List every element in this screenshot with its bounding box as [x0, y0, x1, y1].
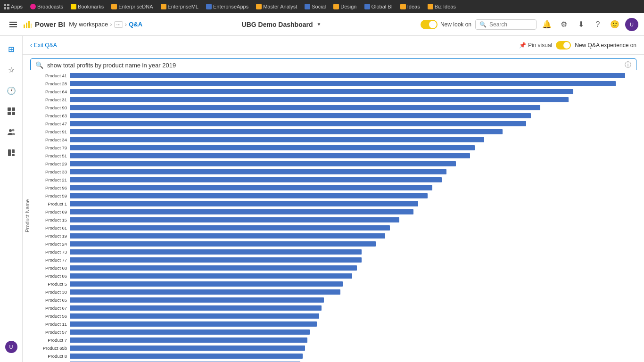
- bar-fill[interactable]: [70, 305, 322, 311]
- bar-fill[interactable]: [70, 97, 569, 102]
- bar-label: Product 79: [32, 145, 70, 150]
- menu-button[interactable]: [6, 17, 21, 32]
- bar-fill[interactable]: [70, 121, 526, 126]
- bar-row: Product 67: [32, 304, 635, 312]
- bar-fill[interactable]: [70, 217, 399, 222]
- bar-fill[interactable]: [70, 105, 540, 110]
- bar-track: [70, 97, 635, 102]
- bar-fill[interactable]: [70, 137, 484, 142]
- bar-fill[interactable]: [70, 185, 432, 190]
- search-input[interactable]: [489, 21, 532, 28]
- bar-fill[interactable]: [70, 249, 362, 255]
- emoji-button[interactable]: 🙂: [608, 18, 621, 31]
- browser-bar: AppsBroadcastsBookmarksEnterpriseDNAEnte…: [0, 0, 644, 13]
- bar-fill[interactable]: [70, 81, 616, 86]
- breadcrumb-workspace[interactable]: My workspace: [69, 21, 108, 28]
- bar-fill[interactable]: [70, 313, 319, 319]
- bar-fill[interactable]: [70, 209, 413, 214]
- bar-track: [70, 161, 635, 166]
- bar-fill[interactable]: [70, 113, 531, 118]
- bar-track: [70, 217, 635, 222]
- bar-fill[interactable]: [70, 265, 357, 271]
- bar-fill[interactable]: [70, 169, 446, 174]
- bar-label: Product 63: [32, 113, 70, 118]
- sidebar-item-workspaces[interactable]: [2, 143, 21, 162]
- bar-fill[interactable]: [70, 273, 352, 279]
- bar-row: Product 24: [32, 240, 635, 247]
- bar-fill[interactable]: [70, 337, 307, 343]
- pin-visual-button[interactable]: 📌 Pin visual: [519, 42, 552, 49]
- bookmark-design[interactable]: Design: [333, 4, 356, 9]
- notification-button[interactable]: 🔔: [540, 18, 553, 31]
- bar-label: Product 61: [32, 225, 70, 230]
- bookmark-master-analyst[interactable]: Master Analyst: [256, 4, 297, 9]
- bar-row: Product 11: [32, 321, 635, 328]
- new-look-toggle[interactable]: [421, 20, 438, 29]
- settings-button[interactable]: ⚙: [557, 18, 570, 31]
- qa-info-icon[interactable]: ⓘ: [625, 61, 631, 69]
- sidebar-item-home[interactable]: ⊞: [2, 40, 21, 58]
- bar-fill[interactable]: [70, 129, 503, 134]
- bookmark-biz-ideas[interactable]: Biz Ideas: [428, 4, 456, 9]
- bookmark-broadcasts[interactable]: Broadcasts: [30, 4, 63, 9]
- bar-label: Product 56: [32, 313, 70, 319]
- bar-fill[interactable]: [70, 233, 385, 239]
- pin-visual-label: Pin visual: [528, 42, 552, 49]
- bar-fill[interactable]: [70, 201, 418, 206]
- bar-fill[interactable]: [70, 177, 442, 182]
- search-icon: 🔍: [479, 21, 487, 28]
- qa-input[interactable]: [47, 62, 621, 69]
- bookmark-enterpriseml[interactable]: EnterpriseML: [161, 4, 198, 9]
- new-qa-experience-toggle[interactable]: [556, 41, 571, 49]
- bar-track: [70, 346, 635, 351]
- bar-fill[interactable]: [70, 153, 470, 158]
- sidebar: ⊞ ☆ 🕐 U: [0, 36, 23, 362]
- exit-qa-button[interactable]: ‹ Exit Q&A: [30, 42, 57, 49]
- svg-point-13: [12, 129, 14, 132]
- bar-fill[interactable]: [70, 329, 310, 335]
- bar-fill[interactable]: [70, 297, 324, 303]
- bar-label: Product 7: [32, 337, 70, 343]
- bar-fill[interactable]: [70, 225, 390, 230]
- sidebar-item-favorites[interactable]: ☆: [2, 60, 21, 79]
- download-button[interactable]: ⬇: [574, 18, 587, 31]
- bar-fill[interactable]: [70, 289, 340, 295]
- bookmark-ideas[interactable]: Ideas: [400, 4, 420, 9]
- sidebar-item-shared[interactable]: [2, 123, 21, 141]
- bar-fill[interactable]: [70, 321, 317, 327]
- search-box[interactable]: 🔍: [475, 19, 537, 30]
- bar-fill[interactable]: [70, 161, 456, 166]
- bar-fill[interactable]: [70, 193, 428, 198]
- svg-rect-0: [4, 4, 6, 6]
- bar-track: [70, 329, 635, 335]
- bar-fill[interactable]: [70, 89, 573, 94]
- bookmark-bookmarks[interactable]: Bookmarks: [71, 4, 104, 9]
- bookmark-apps[interactable]: Apps: [4, 4, 23, 9]
- bar-track: [70, 249, 635, 255]
- bookmark-enterprisedna[interactable]: EnterpriseDNA: [111, 4, 153, 9]
- avatar[interactable]: U: [625, 18, 638, 31]
- bar-label: Product 69: [32, 209, 70, 214]
- bar-fill[interactable]: [70, 73, 625, 78]
- sidebar-item-recent[interactable]: 🕐: [2, 81, 21, 100]
- bar-fill[interactable]: [70, 346, 305, 351]
- bookmark-social[interactable]: Social: [305, 4, 326, 9]
- bar-fill[interactable]: [70, 145, 475, 150]
- svg-rect-14: [8, 149, 11, 156]
- sidebar-item-apps[interactable]: [2, 102, 21, 121]
- bar-label: Product 57: [32, 329, 70, 335]
- dashboard-dropdown-icon[interactable]: ▼: [316, 22, 321, 27]
- help-button[interactable]: ?: [591, 18, 604, 31]
- bar-row: Product 65b: [32, 345, 635, 352]
- breadcrumb-ellipsis[interactable]: ···: [114, 21, 123, 28]
- bar-label: Product 41: [32, 73, 70, 78]
- sidebar-item-profile[interactable]: U: [2, 337, 21, 356]
- bookmark-global-bi[interactable]: Global BI: [364, 4, 393, 9]
- bookmark-enterpriseapps[interactable]: EnterpriseApps: [206, 4, 248, 9]
- bar-fill[interactable]: [70, 281, 343, 287]
- bar-fill[interactable]: [70, 354, 303, 359]
- svg-rect-10: [8, 112, 11, 115]
- bar-fill[interactable]: [70, 241, 376, 247]
- svg-rect-11: [12, 112, 15, 115]
- bar-fill[interactable]: [70, 257, 362, 263]
